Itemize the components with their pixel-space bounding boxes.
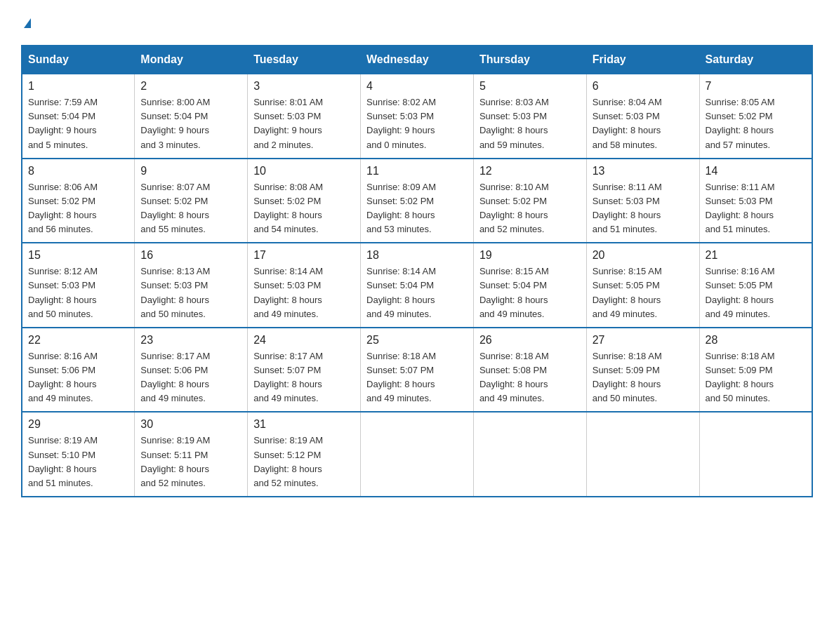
day-number: 16 [140,249,241,262]
day-info: Sunrise: 8:08 AMSunset: 5:02 PMDaylight:… [253,180,355,237]
calendar-cell: 7Sunrise: 8:05 AMSunset: 5:02 PMDaylight… [699,74,812,159]
day-info: Sunrise: 8:18 AMSunset: 5:09 PMDaylight:… [593,349,694,406]
day-number: 5 [479,80,581,93]
calendar-week-row: 29Sunrise: 8:19 AMSunset: 5:10 PMDayligh… [22,412,812,497]
day-info: Sunrise: 8:09 AMSunset: 5:02 PMDaylight:… [366,180,468,237]
weekday-header-saturday: Saturday [699,46,812,74]
day-number: 21 [706,249,806,262]
calendar-week-row: 1Sunrise: 7:59 AMSunset: 5:04 PMDaylight… [22,74,812,159]
calendar-table: SundayMondayTuesdayWednesdayThursdayFrid… [21,45,813,497]
calendar-cell: 20Sunrise: 8:15 AMSunset: 5:05 PMDayligh… [586,243,699,328]
day-number: 22 [28,334,128,347]
calendar-cell: 1Sunrise: 7:59 AMSunset: 5:04 PMDaylight… [22,74,135,159]
day-info: Sunrise: 8:19 AMSunset: 5:11 PMDaylight:… [140,434,241,490]
calendar-cell: 5Sunrise: 8:03 AMSunset: 5:03 PMDaylight… [473,74,586,159]
calendar-cell: 31Sunrise: 8:19 AMSunset: 5:12 PMDayligh… [248,412,361,497]
day-info: Sunrise: 8:11 AMSunset: 5:03 PMDaylight:… [706,180,806,237]
day-number: 26 [479,334,581,347]
day-info: Sunrise: 8:19 AMSunset: 5:10 PMDaylight:… [28,434,128,490]
day-info: Sunrise: 8:14 AMSunset: 5:03 PMDaylight:… [253,264,355,321]
calendar-cell: 11Sunrise: 8:09 AMSunset: 5:02 PMDayligh… [361,159,474,243]
day-info: Sunrise: 8:15 AMSunset: 5:05 PMDaylight:… [593,264,694,321]
day-info: Sunrise: 8:01 AMSunset: 5:03 PMDaylight:… [253,95,355,152]
day-number: 9 [140,165,241,177]
day-number: 7 [706,80,806,93]
day-number: 29 [28,418,128,431]
day-info: Sunrise: 8:06 AMSunset: 5:02 PMDaylight:… [28,180,128,237]
calendar-week-row: 22Sunrise: 8:16 AMSunset: 5:06 PMDayligh… [22,328,812,412]
day-number: 6 [593,80,694,93]
day-info: Sunrise: 8:17 AMSunset: 5:07 PMDaylight:… [253,349,355,406]
calendar-cell: 15Sunrise: 8:12 AMSunset: 5:03 PMDayligh… [22,243,135,328]
calendar-cell: 6Sunrise: 8:04 AMSunset: 5:03 PMDaylight… [586,74,699,159]
day-info: Sunrise: 8:16 AMSunset: 5:06 PMDaylight:… [28,349,128,406]
day-number: 25 [366,334,468,347]
day-number: 28 [706,334,806,347]
calendar-cell: 17Sunrise: 8:14 AMSunset: 5:03 PMDayligh… [248,243,361,328]
calendar-cell: 4Sunrise: 8:02 AMSunset: 5:03 PMDaylight… [361,74,474,159]
day-number: 31 [253,418,355,431]
day-number: 30 [140,418,241,431]
page-header [21,14,813,31]
calendar-cell: 28Sunrise: 8:18 AMSunset: 5:09 PMDayligh… [699,328,812,412]
calendar-cell: 14Sunrise: 8:11 AMSunset: 5:03 PMDayligh… [699,159,812,243]
calendar-cell: 16Sunrise: 8:13 AMSunset: 5:03 PMDayligh… [135,243,248,328]
day-number: 13 [593,165,694,177]
day-info: Sunrise: 8:18 AMSunset: 5:07 PMDaylight:… [366,349,468,406]
calendar-week-row: 8Sunrise: 8:06 AMSunset: 5:02 PMDaylight… [22,159,812,243]
calendar-cell: 3Sunrise: 8:01 AMSunset: 5:03 PMDaylight… [248,74,361,159]
weekday-header-thursday: Thursday [473,46,586,74]
day-info: Sunrise: 8:10 AMSunset: 5:02 PMDaylight:… [479,180,581,237]
day-info: Sunrise: 8:17 AMSunset: 5:06 PMDaylight:… [140,349,241,406]
logo-triangle-icon [24,18,31,28]
day-info: Sunrise: 8:07 AMSunset: 5:02 PMDaylight:… [140,180,241,237]
day-info: Sunrise: 8:15 AMSunset: 5:04 PMDaylight:… [479,264,581,321]
day-number: 12 [479,165,581,177]
day-info: Sunrise: 8:12 AMSunset: 5:03 PMDaylight:… [28,264,128,321]
day-number: 27 [593,334,694,347]
day-number: 15 [28,249,128,262]
calendar-cell: 27Sunrise: 8:18 AMSunset: 5:09 PMDayligh… [586,328,699,412]
day-number: 3 [253,80,355,93]
calendar-cell: 23Sunrise: 8:17 AMSunset: 5:06 PMDayligh… [135,328,248,412]
day-info: Sunrise: 8:05 AMSunset: 5:02 PMDaylight:… [706,95,806,152]
day-info: Sunrise: 8:13 AMSunset: 5:03 PMDaylight:… [140,264,241,321]
day-number: 11 [366,165,468,177]
calendar-week-row: 15Sunrise: 8:12 AMSunset: 5:03 PMDayligh… [22,243,812,328]
day-number: 2 [140,80,241,93]
calendar-cell: 25Sunrise: 8:18 AMSunset: 5:07 PMDayligh… [361,328,474,412]
day-number: 20 [593,249,694,262]
logo-general-line [21,14,31,31]
calendar-cell: 9Sunrise: 8:07 AMSunset: 5:02 PMDaylight… [135,159,248,243]
day-info: Sunrise: 8:02 AMSunset: 5:03 PMDaylight:… [366,95,468,152]
day-info: Sunrise: 8:03 AMSunset: 5:03 PMDaylight:… [479,95,581,152]
day-info: Sunrise: 8:18 AMSunset: 5:08 PMDaylight:… [479,349,581,406]
day-number: 17 [253,249,355,262]
calendar-cell: 8Sunrise: 8:06 AMSunset: 5:02 PMDaylight… [22,159,135,243]
calendar-cell: 10Sunrise: 8:08 AMSunset: 5:02 PMDayligh… [248,159,361,243]
calendar-cell: 21Sunrise: 8:16 AMSunset: 5:05 PMDayligh… [699,243,812,328]
weekday-header-friday: Friday [586,46,699,74]
day-info: Sunrise: 8:00 AMSunset: 5:04 PMDaylight:… [140,95,241,152]
day-info: Sunrise: 7:59 AMSunset: 5:04 PMDaylight:… [28,95,128,152]
calendar-cell: 29Sunrise: 8:19 AMSunset: 5:10 PMDayligh… [22,412,135,497]
weekday-header-row: SundayMondayTuesdayWednesdayThursdayFrid… [22,46,812,74]
logo [21,14,31,31]
calendar-cell: 26Sunrise: 8:18 AMSunset: 5:08 PMDayligh… [473,328,586,412]
calendar-cell [586,412,699,497]
weekday-header-tuesday: Tuesday [248,46,361,74]
day-number: 18 [366,249,468,262]
day-info: Sunrise: 8:11 AMSunset: 5:03 PMDaylight:… [593,180,694,237]
day-number: 14 [706,165,806,177]
weekday-header-sunday: Sunday [22,46,135,74]
calendar-cell [699,412,812,497]
day-info: Sunrise: 8:18 AMSunset: 5:09 PMDaylight:… [706,349,806,406]
calendar-cell: 12Sunrise: 8:10 AMSunset: 5:02 PMDayligh… [473,159,586,243]
weekday-header-wednesday: Wednesday [361,46,474,74]
day-info: Sunrise: 8:16 AMSunset: 5:05 PMDaylight:… [706,264,806,321]
day-number: 10 [253,165,355,177]
day-number: 8 [28,165,128,177]
day-info: Sunrise: 8:04 AMSunset: 5:03 PMDaylight:… [593,95,694,152]
day-number: 1 [28,80,128,93]
calendar-cell [473,412,586,497]
